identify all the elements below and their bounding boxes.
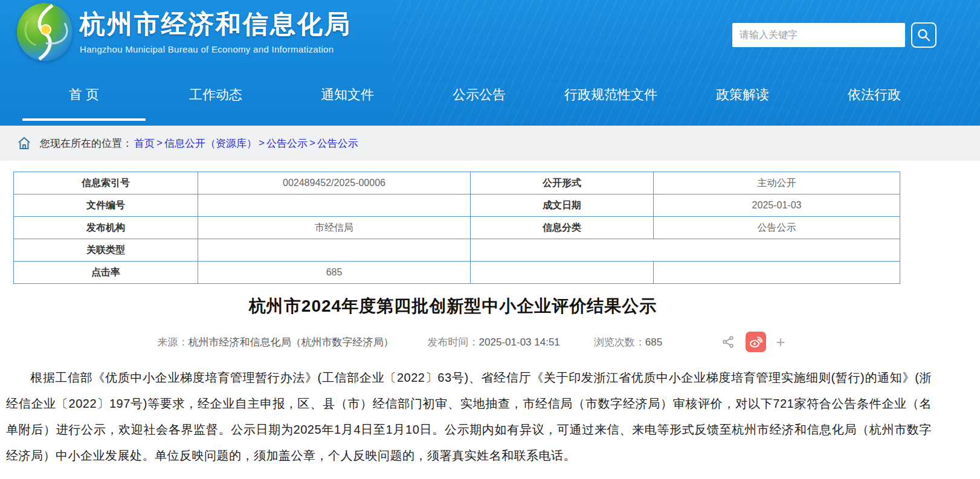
share-toolbar: + — [715, 332, 790, 352]
article-body: 根据工信部《优质中小企业梯度培育管理暂行办法》(工信部企业〔2022〕63号)、… — [6, 365, 932, 469]
breadcrumb-separator: > — [259, 137, 265, 149]
article-meta: 来源：杭州市经济和信息化局（杭州市数字经济局） 发布时间：2025-01-03 … — [0, 330, 930, 354]
breadcrumb-separator: > — [156, 137, 163, 149]
table-value-cell — [198, 239, 471, 262]
table-label-cell: 关联类型 — [14, 239, 198, 262]
table-value-cell: 2025-01-03 — [654, 194, 900, 217]
source-label: 来源： — [158, 336, 189, 348]
table-label-cell: 成文日期 — [471, 194, 654, 217]
breadcrumb: 您现在所在的位置： 首页 > 信息公开（资源库） > 公告公示 > 公告公示 — [0, 126, 980, 161]
table-value-cell: 公告公示 — [654, 217, 900, 239]
views-label: 浏览次数： — [594, 336, 645, 348]
logo-swirl-graphic — [17, 3, 73, 61]
table-value-cell — [198, 194, 471, 217]
publish-time-label: 发布时间： — [428, 336, 479, 348]
table-row: 文件编号 成文日期 2025-01-03 — [14, 194, 900, 217]
article-views: 浏览次数：685 — [594, 335, 662, 349]
table-value-cell — [654, 262, 900, 284]
source-value: 杭州市经济和信息化局（杭州市数字经济局） — [189, 336, 394, 348]
article-title: 杭州市2024年度第四批创新型中小企业评价结果公示 — [13, 295, 892, 318]
table-label-cell: 信息索引号 — [14, 172, 198, 194]
nav-tab-public-announcements[interactable]: 公示公告 — [413, 74, 545, 116]
site-subtitle-en: Hangzhou Municipal Bureau of Economy and… — [80, 44, 352, 54]
nav-tab-home[interactable]: 首 页 — [18, 74, 150, 116]
table-label-cell: 发布机构 — [14, 217, 198, 239]
table-value-cell: 主动公开 — [654, 172, 900, 194]
table-value-cell: 685 — [198, 262, 471, 284]
nav-tab-work-news[interactable]: 工作动态 — [150, 74, 282, 116]
table-label-cell: 公开形式 — [471, 172, 654, 194]
table-row: 关联类型 — [14, 239, 900, 262]
table-merged-cell — [471, 239, 900, 262]
table-row: 点击率 685 — [14, 262, 900, 284]
nav-tab-administrative-normative-documents[interactable]: 行政规范性文件 — [545, 74, 677, 116]
breadcrumb-link-info-disclosure[interactable]: 信息公开（资源库） — [164, 137, 257, 150]
table-value-cell: 002489452/2025-00006 — [198, 172, 471, 194]
nav-tab-policy-interpretation[interactable]: 政策解读 — [677, 74, 808, 116]
weibo-icon — [749, 335, 763, 349]
home-icon[interactable] — [17, 137, 31, 150]
document-info-table: 信息索引号 002489452/2025-00006 公开形式 主动公开 文件编… — [13, 172, 900, 284]
breadcrumb-location-label: 您现在所在的位置： — [40, 137, 132, 150]
article-publish-time: 发布时间：2025-01-03 14:51 — [428, 335, 560, 349]
site-search — [732, 22, 936, 48]
breadcrumb-link-home[interactable]: 首页 — [134, 137, 155, 150]
search-icon — [917, 28, 931, 42]
table-label-cell — [471, 262, 654, 284]
article-source: 来源：杭州市经济和信息化局（杭州市数字经济局） — [158, 335, 394, 349]
views-value: 685 — [645, 336, 662, 348]
breadcrumb-link-announcements-2[interactable]: 公告公示 — [317, 137, 358, 150]
breadcrumb-link-announcements[interactable]: 公告公示 — [266, 137, 308, 150]
main-navigation: 首 页 工作动态 通知文件 公示公告 行政规范性文件 政策解读 依法行政 — [18, 74, 940, 126]
table-row: 信息索引号 002489452/2025-00006 公开形式 主动公开 — [14, 172, 900, 194]
breadcrumb-separator: > — [309, 137, 315, 149]
share-icon — [721, 335, 735, 349]
site-header: 杭州市经济和信息化局 Hangzhou Municipal Bureau of … — [0, 0, 980, 126]
weibo-share-button[interactable] — [746, 332, 766, 352]
nav-tab-law-based-administration[interactable]: 依法行政 — [808, 74, 940, 116]
publish-time-value: 2025-01-03 14:51 — [479, 336, 560, 348]
search-button[interactable] — [911, 22, 936, 48]
table-label-cell: 文件编号 — [14, 194, 198, 217]
bureau-logo — [17, 3, 73, 61]
site-title: 杭州市经济和信息化局 — [80, 7, 352, 41]
share-button[interactable] — [721, 335, 735, 349]
table-value-cell: 市经信局 — [198, 217, 471, 239]
more-share-button[interactable]: + — [776, 334, 785, 350]
nav-tab-notice-documents[interactable]: 通知文件 — [282, 74, 413, 116]
table-label-cell: 点击率 — [14, 262, 198, 284]
table-row: 发布机构 市经信局 信息分类 公告公示 — [14, 217, 900, 239]
site-titles: 杭州市经济和信息化局 Hangzhou Municipal Bureau of … — [80, 7, 352, 54]
table-label-cell: 信息分类 — [471, 217, 654, 239]
search-input[interactable] — [732, 23, 905, 47]
